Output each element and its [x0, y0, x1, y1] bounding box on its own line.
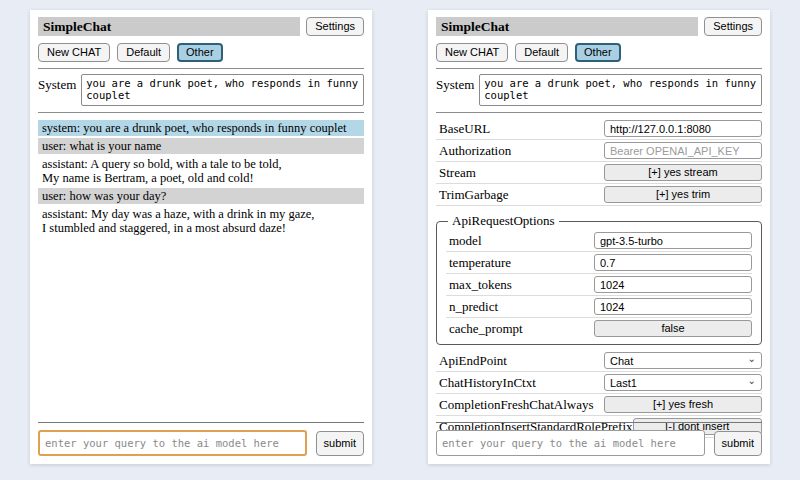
divider [38, 112, 364, 113]
chat-panel: SimpleChat Settings New CHAT Default Oth… [30, 10, 372, 464]
system-prompt-row: System you are a drunk poet, who respond… [436, 74, 762, 106]
header: SimpleChat Settings [38, 17, 364, 36]
setting-label: cache_prompt [449, 321, 523, 337]
setting-row-n-predict: n_predict [446, 296, 752, 318]
api-request-options-fieldset: ApiRequestOptions model temperature max_… [436, 213, 762, 345]
app-title: SimpleChat [436, 17, 698, 36]
setting-label: Authorization [439, 143, 511, 159]
selected-option: Last1 [610, 377, 637, 389]
system-label: System [38, 74, 76, 93]
completion-fresh-chat-toggle-button[interactable]: [+] yes fresh [604, 396, 762, 413]
setting-label: ChatHistoryInCtxt [439, 375, 536, 391]
setting-label: Stream [439, 165, 476, 181]
session-button-other[interactable]: Other [177, 43, 223, 62]
chevron-down-icon: ⌄ [748, 376, 756, 386]
query-bar: submit [436, 422, 762, 456]
query-bar: submit [38, 422, 364, 456]
system-prompt-input[interactable]: you are a drunk poet, who responds in fu… [479, 74, 762, 106]
app-title: SimpleChat [38, 17, 300, 36]
setting-label: TrimGarbage [439, 187, 509, 203]
settings-form: BaseURL Authorization Stream [+] yes str… [436, 118, 762, 438]
new-chat-button[interactable]: New CHAT [436, 43, 508, 62]
setting-row-authorization: Authorization [436, 140, 762, 162]
divider [38, 68, 364, 69]
settings-button[interactable]: Settings [306, 17, 364, 36]
chat-message-assistant: assistant: My day was a haze, with a dri… [38, 206, 364, 236]
session-buttons: New CHAT Default Other [38, 43, 364, 62]
session-buttons: New CHAT Default Other [436, 43, 762, 62]
system-label: System [436, 74, 474, 93]
temperature-input[interactable] [594, 254, 752, 271]
submit-button[interactable]: submit [316, 431, 364, 456]
api-endpoint-select[interactable]: Chat ⌄ [604, 352, 762, 369]
system-prompt-input[interactable]: you are a drunk poet, who responds in fu… [81, 74, 364, 106]
system-prompt-row: System you are a drunk poet, who respond… [38, 74, 364, 106]
setting-row-completionfreshchatalways: CompletionFreshChatAlways [+] yes fresh [436, 394, 762, 416]
divider [436, 112, 762, 113]
setting-label: CompletionFreshChatAlways [439, 397, 594, 413]
session-button-default[interactable]: Default [117, 43, 170, 62]
setting-row-max-tokens: max_tokens [446, 274, 752, 296]
setting-label: model [449, 233, 482, 249]
settings-panel: SimpleChat Settings New CHAT Default Oth… [428, 10, 770, 464]
setting-label: temperature [449, 255, 511, 271]
stream-toggle-button[interactable]: [+] yes stream [604, 164, 762, 181]
new-chat-button[interactable]: New CHAT [38, 43, 110, 62]
fieldset-legend: ApiRequestOptions [448, 213, 559, 229]
divider [436, 68, 762, 69]
baseurl-input[interactable] [604, 120, 762, 137]
setting-row-model: model [446, 230, 752, 252]
chat-message-list: system: you are a drunk poet, who respon… [38, 120, 364, 236]
chat-message-user: user: how was your day? [38, 188, 364, 204]
chat-message-user: user: what is your name [38, 138, 364, 154]
settings-button[interactable]: Settings [704, 17, 762, 36]
n-predict-input[interactable] [594, 298, 752, 315]
setting-row-trimgarbage: TrimGarbage [+] yes trim [436, 184, 762, 206]
cache-prompt-toggle-button[interactable]: false [594, 320, 752, 337]
query-input[interactable] [436, 430, 705, 456]
divider [436, 422, 762, 423]
setting-row-cache-prompt: cache_prompt false [446, 318, 752, 339]
model-input[interactable] [594, 232, 752, 249]
setting-row-temperature: temperature [446, 252, 752, 274]
chat-message-system: system: you are a drunk poet, who respon… [38, 120, 364, 136]
selected-option: Chat [610, 355, 633, 367]
setting-row-chathistoryinctxt: ChatHistoryInCtxt Last1 ⌄ [436, 372, 762, 394]
query-input[interactable] [38, 430, 307, 456]
setting-row-apiendpoint: ApiEndPoint Chat ⌄ [436, 350, 762, 372]
session-button-default[interactable]: Default [515, 43, 568, 62]
chat-message-assistant: assistant: A query so bold, with a tale … [38, 156, 364, 186]
header: SimpleChat Settings [436, 17, 762, 36]
chevron-down-icon: ⌄ [748, 354, 756, 364]
authorization-input[interactable] [604, 142, 762, 159]
setting-label: BaseURL [439, 121, 490, 137]
session-button-other[interactable]: Other [575, 43, 621, 62]
setting-row-baseurl: BaseURL [436, 118, 762, 140]
chat-history-in-ctxt-select[interactable]: Last1 ⌄ [604, 374, 762, 391]
setting-label: max_tokens [449, 277, 512, 293]
divider [38, 422, 364, 423]
submit-button[interactable]: submit [714, 431, 762, 456]
setting-row-stream: Stream [+] yes stream [436, 162, 762, 184]
trimgarbage-toggle-button[interactable]: [+] yes trim [604, 186, 762, 203]
max-tokens-input[interactable] [594, 276, 752, 293]
setting-label: ApiEndPoint [439, 353, 507, 369]
setting-label: n_predict [449, 299, 498, 315]
